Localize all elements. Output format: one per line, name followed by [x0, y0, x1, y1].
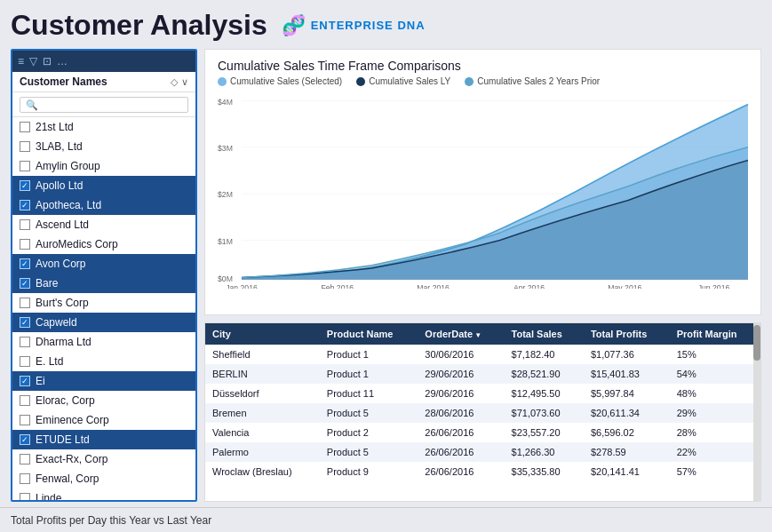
customer-item[interactable]: Capweld [12, 313, 195, 332]
customer-item[interactable]: Elorac, Corp [12, 391, 195, 410]
scrollbar[interactable] [753, 323, 760, 501]
customer-item[interactable]: E. Ltd [12, 352, 195, 371]
checkbox [20, 473, 30, 484]
customer-name-label: Exact-Rx, Corp [36, 453, 107, 465]
table-row[interactable]: SheffieldProduct 130/06/2016$7,182.40$1,… [205, 345, 760, 364]
table-col-header[interactable]: Total Sales [505, 323, 584, 345]
table-cell: $1,077.36 [584, 345, 670, 364]
legend-item: Cumulative Sales LY [356, 76, 450, 86]
table-cell: $15,401.83 [584, 364, 670, 384]
table-cell: Bremen [205, 403, 320, 423]
table-col-header[interactable]: Profit Margin [670, 323, 760, 345]
customer-name-label: 21st Ltd [36, 121, 74, 133]
legend-item: Cumulative Sales (Selected) [218, 76, 342, 86]
hamburger-icon[interactable]: ≡ [18, 55, 24, 67]
table-col-header[interactable]: Product Name [320, 323, 418, 345]
table-cell: Product 1 [320, 345, 418, 364]
customer-list[interactable]: 21st Ltd3LAB, LtdAmylin GroupApollo LtdA… [12, 117, 195, 500]
table-cell: Product 5 [320, 403, 418, 423]
customer-name-label: Burt's Corp [36, 297, 89, 309]
customer-name-label: Bare [36, 277, 58, 290]
customer-item[interactable]: Ei [12, 371, 195, 391]
customer-item[interactable]: 21st Ltd [12, 117, 195, 137]
grid-icon[interactable]: ⊡ [43, 55, 52, 67]
table-cell: 22% [670, 442, 760, 462]
table-row[interactable]: ValenciaProduct 226/06/2016$23,557.20$6,… [205, 423, 760, 442]
svg-text:$1M: $1M [218, 236, 233, 245]
checkbox [20, 376, 30, 386]
checkbox [20, 337, 30, 347]
table-cell: 48% [670, 384, 760, 403]
customer-item[interactable]: 3LAB, Ltd [12, 137, 195, 156]
checkbox [20, 298, 30, 308]
table-col-header[interactable]: OrderDate▼ [418, 323, 504, 345]
checkbox [20, 200, 30, 210]
svg-text:Jan 2016: Jan 2016 [226, 283, 258, 289]
customer-name-label: Avon Corp [36, 258, 85, 270]
table-cell: 30/06/2016 [418, 345, 504, 364]
checkbox [20, 415, 30, 425]
table-cell: 26/06/2016 [418, 462, 504, 481]
customer-name-label: Dharma Ltd [36, 336, 92, 348]
filter-icon[interactable]: ▽ [29, 55, 37, 67]
customer-item[interactable]: ETUDE Ltd [12, 430, 195, 449]
more-icon[interactable]: … [57, 55, 68, 67]
customer-name-label: Linde [36, 492, 61, 500]
legend-item: Cumulative Sales 2 Years Prior [465, 76, 600, 86]
table-cell: 29% [670, 403, 760, 423]
clear-icon[interactable]: ◇ [171, 76, 178, 88]
table-body: SheffieldProduct 130/06/2016$7,182.40$1,… [205, 345, 760, 481]
table-cell: 28/06/2016 [418, 403, 504, 423]
table-cell: $1,266.30 [505, 442, 584, 462]
customer-item[interactable]: Avon Corp [12, 254, 195, 274]
main-layout: ≡ ▽ ⊡ … Customer Names ◇ ∨ 21st Ltd3LAB,… [11, 49, 761, 502]
customer-item[interactable]: Fenwal, Corp [12, 469, 195, 488]
customer-item[interactable]: Bare [12, 274, 195, 293]
search-input[interactable] [20, 97, 188, 113]
customer-item[interactable]: Ascend Ltd [12, 215, 195, 234]
chart-svg: $4M $3M $2M $1M $0M [218, 93, 748, 289]
table-col-header[interactable]: Total Profits [584, 323, 670, 345]
customer-item[interactable]: Dharma Ltd [12, 332, 195, 352]
svg-text:Jun 2016: Jun 2016 [698, 283, 730, 289]
checkbox [20, 122, 30, 132]
table-cell: $5,997.84 [584, 384, 670, 403]
table-cell: 29/06/2016 [418, 384, 504, 403]
customer-item[interactable]: Burt's Corp [12, 293, 195, 313]
table-cell: Düsseldorf [205, 384, 320, 403]
chevron-down-icon[interactable]: ∨ [181, 76, 188, 88]
customer-item[interactable]: Linde [12, 488, 195, 500]
brand-label: ENTERPRISE DNA [311, 19, 426, 32]
checkbox [20, 161, 30, 171]
customer-item[interactable]: AuroMedics Corp [12, 234, 195, 254]
customer-item[interactable]: Eminence Corp [12, 410, 195, 430]
svg-text:Apr 2016: Apr 2016 [513, 283, 545, 289]
table-row[interactable]: DüsseldorfProduct 1129/06/2016$12,495.50… [205, 384, 760, 403]
table-cell: Product 1 [320, 364, 418, 384]
customer-item[interactable]: Amylin Group [12, 156, 195, 176]
table-cell: $20,611.34 [584, 403, 670, 423]
customer-item[interactable]: Apollo Ltd [12, 176, 195, 195]
footer: Total Profits per Day this Year vs Last … [0, 507, 772, 532]
table-cell: 26/06/2016 [418, 442, 504, 462]
table-row[interactable]: BERLINProduct 129/06/2016$28,521.90$15,4… [205, 364, 760, 384]
customer-item[interactable]: Exact-Rx, Corp [12, 449, 195, 469]
table-cell: Sheffield [205, 345, 320, 364]
table-row[interactable]: BremenProduct 528/06/2016$71,073.60$20,6… [205, 403, 760, 423]
table-row[interactable]: Wroclaw (Breslau)Product 926/06/2016$35,… [205, 462, 760, 481]
table-cell: $6,596.02 [584, 423, 670, 442]
table-cell: Product 5 [320, 442, 418, 462]
table-cell: $35,335.80 [505, 462, 584, 481]
legend-dot [465, 77, 474, 86]
checkbox [20, 239, 30, 250]
scrollbar-thumb[interactable] [753, 325, 760, 361]
table-row[interactable]: PalermoProduct 526/06/2016$1,266.30$278.… [205, 442, 760, 462]
customer-item[interactable]: Apotheca, Ltd [12, 195, 195, 215]
customer-name-label: ETUDE Ltd [36, 433, 90, 446]
checkbox [20, 278, 30, 289]
checkbox [20, 356, 30, 367]
panel-title: Customer Names [20, 75, 107, 88]
checkbox [20, 141, 30, 152]
table-col-header[interactable]: City [205, 323, 320, 345]
search-box [12, 92, 195, 117]
